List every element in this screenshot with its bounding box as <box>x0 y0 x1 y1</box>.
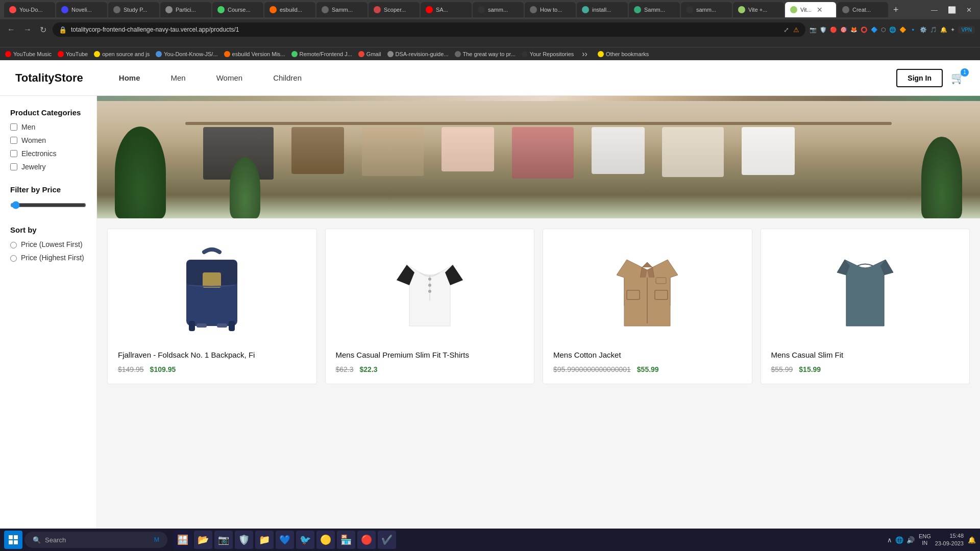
volume-icon[interactable]: 🔊 <box>906 536 915 544</box>
sale-price-3: $15.99 <box>799 365 821 373</box>
nav-women[interactable]: Women <box>201 69 258 86</box>
category-men-checkbox[interactable] <box>10 123 17 131</box>
bookmark-repos[interactable]: Your Repositories <box>522 51 574 57</box>
sort-high-radio[interactable] <box>10 255 17 262</box>
taskbar-app-red[interactable]: 🔴 <box>357 531 376 549</box>
back-button[interactable]: ← <box>5 23 17 36</box>
bookmark-ytmusic[interactable]: YouTube Music <box>5 51 52 57</box>
tab-samm3[interactable]: Samm... <box>629 2 680 17</box>
notification-icon[interactable]: 🔔 <box>968 536 976 544</box>
nav-home[interactable]: Home <box>104 69 156 86</box>
tab-scoper[interactable]: Scoper... <box>369 2 420 17</box>
tab-bar: You-Do... Noveli... Study P... Partici..… <box>0 0 980 19</box>
bookmark-greatway[interactable]: The great way to pr... <box>455 51 516 57</box>
category-women[interactable]: Women <box>10 136 86 144</box>
nav-men[interactable]: Men <box>156 69 201 86</box>
taskbar-app-check[interactable]: ✔️ <box>378 531 396 549</box>
original-price-0: $149.95 <box>118 365 144 373</box>
bookmark-youtube[interactable]: YouTube <box>58 51 88 57</box>
browser-chrome: You-Do... Noveli... Study P... Partici..… <box>0 0 980 47</box>
tab-noveli[interactable]: Noveli... <box>56 2 107 17</box>
tab-course[interactable]: Course... <box>212 2 263 17</box>
tab-install[interactable]: install... <box>577 2 628 17</box>
taskbar-time-value: 15:48 <box>935 532 964 540</box>
product-prices-1: $62.3 $22.3 <box>336 365 524 373</box>
taskbar-apps: 🪟 📂 📷 🛡️ 📁 💙 🐦 🟡 🏪 🔴 ✔️ <box>174 531 396 549</box>
bookmarks-bar: YouTube Music YouTube open source and js… <box>0 47 980 60</box>
svg-rect-4 <box>203 272 221 288</box>
taskbar-app-bird[interactable]: 🐦 <box>296 531 314 549</box>
svg-rect-18 <box>14 535 18 539</box>
taskbar-app-circle[interactable]: 🟡 <box>316 531 335 549</box>
forward-button[interactable]: → <box>21 23 34 36</box>
tab-create[interactable]: Creat... <box>837 2 888 17</box>
taskbar-app-terminal[interactable]: 📂 <box>194 531 212 549</box>
content-area: Fjallraven - Foldsack No. 1 Backpack, Fi… <box>97 96 980 542</box>
tab-samm2[interactable]: samm... <box>473 2 524 17</box>
taskbar-app-vscode[interactable]: 💙 <box>276 531 294 549</box>
product-card-3[interactable]: Mens Casual Slim Fit $55.99 $15.99 <box>761 229 970 384</box>
main-layout: Product Categories Men Women Electronics… <box>0 96 980 542</box>
tab-samm1[interactable]: Samm... <box>316 2 368 17</box>
category-electronics-checkbox[interactable] <box>10 150 17 157</box>
taskbar-search-text: Search <box>45 536 66 544</box>
start-button[interactable] <box>4 531 22 549</box>
taskbar-app-widgets[interactable]: 🪟 <box>174 531 192 549</box>
sort-price-low[interactable]: Price (Lowest First) <box>10 240 86 248</box>
address-bar[interactable]: 🔒 totalitycorp-frontend-challenge-navy-t… <box>53 22 805 37</box>
sort-price-high[interactable]: Price (Highest First) <box>10 254 86 262</box>
product-card-0[interactable]: Fjallraven - Foldsack No. 1 Backpack, Fi… <box>107 229 317 384</box>
bookmark-remote[interactable]: Remote/Frontend J... <box>291 51 352 57</box>
bookmark-oss[interactable]: open source and js <box>94 51 150 57</box>
bookmark-jsdontknow[interactable]: You-Dont-Know-JS/... <box>156 51 217 57</box>
tab-esbuild[interactable]: esbuild... <box>264 2 315 17</box>
taskbar-clock[interactable]: 15:48 23-09-2023 <box>935 532 964 548</box>
chevron-up-icon[interactable]: ∧ <box>887 536 892 544</box>
sign-in-button[interactable]: Sign In <box>896 69 943 87</box>
category-jewelry-checkbox[interactable] <box>10 163 17 170</box>
window-controls[interactable]: — ⬜ ✕ <box>927 4 976 16</box>
category-jewelry[interactable]: Jewelry <box>10 163 86 171</box>
new-tab-button[interactable]: + <box>889 3 903 17</box>
cart-badge: 1 <box>961 68 969 77</box>
taskbar-language[interactable]: ENG IN <box>919 533 931 546</box>
cart-button[interactable]: 🛒 1 <box>951 71 965 85</box>
taskbar-app-camera[interactable]: 📷 <box>214 531 233 549</box>
bookmark-esbuild[interactable]: esbuild Version Mis... <box>224 51 285 57</box>
reload-button[interactable]: ↻ <box>38 23 48 37</box>
bookmark-other[interactable]: Other bookmarks <box>598 51 649 57</box>
product-prices-0: $149.95 $109.95 <box>118 365 306 373</box>
tab-partici[interactable]: Partici... <box>160 2 211 17</box>
network-icon[interactable]: 🌐 <box>895 536 903 544</box>
price-slider[interactable] <box>10 201 86 209</box>
bookmark-dsa[interactable]: DSA-revision-guide... <box>387 51 449 57</box>
taskbar-app-files[interactable]: 📁 <box>255 531 274 549</box>
taskbar-search[interactable]: 🔍 Search M <box>24 532 167 548</box>
tab-vite2[interactable]: Vit... ✕ <box>785 2 836 17</box>
product-prices-2: $95.9900000000000001 $55.99 <box>553 365 742 373</box>
tab-samm4[interactable]: samm... <box>681 2 732 17</box>
tab-study[interactable]: Study P... <box>108 2 159 17</box>
taskbar: 🔍 Search M 🪟 📂 📷 🛡️ 📁 💙 🐦 🟡 🏪 🔴 ✔️ ∧ 🌐 🔊… <box>0 529 980 551</box>
tab-youtube[interactable]: You-Do... <box>4 2 55 17</box>
product-card-2[interactable]: Mens Cotton Jacket $95.9900000000000001 … <box>543 229 752 384</box>
category-women-checkbox[interactable] <box>10 137 17 144</box>
tab-howto[interactable]: How to... <box>525 2 576 17</box>
taskbar-app-store[interactable]: 🏪 <box>337 531 355 549</box>
svg-rect-2 <box>189 321 195 331</box>
tab-sa[interactable]: SA... <box>421 2 472 17</box>
nav-children[interactable]: Children <box>258 69 317 86</box>
tab-vite1[interactable]: Vite +... <box>733 2 784 17</box>
vpn-badge: VPN <box>958 26 975 34</box>
category-men[interactable]: Men <box>10 123 86 131</box>
address-bar-row: ← → ↻ 🔒 totalitycorp-frontend-challenge-… <box>0 19 980 40</box>
sort-low-radio[interactable] <box>10 242 17 248</box>
filter-price-section: Filter by Price <box>10 185 86 211</box>
taskbar-app-brave[interactable]: 🛡️ <box>235 531 253 549</box>
bookmark-gmail[interactable]: Gmail <box>358 51 381 57</box>
category-electronics[interactable]: Electronics <box>10 149 86 158</box>
store-navbar: TotalityStore Home Men Women Children Si… <box>0 60 980 96</box>
svg-point-8 <box>428 278 431 281</box>
store-wrapper: TotalityStore Home Men Women Children Si… <box>0 60 980 542</box>
product-card-1[interactable]: Mens Casual Premium Slim Fit T-Shirts $6… <box>325 229 535 384</box>
